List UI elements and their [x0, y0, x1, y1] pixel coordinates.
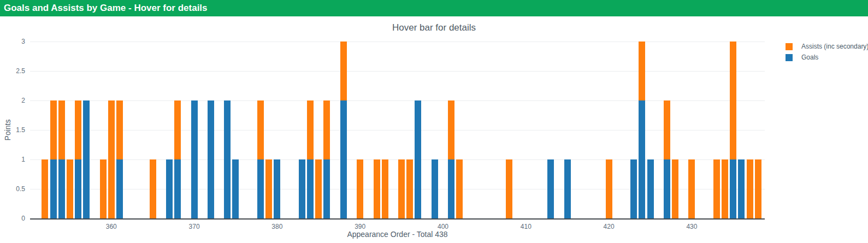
goals-bar-segment[interactable]	[166, 159, 173, 218]
bar-stack[interactable]	[100, 159, 107, 218]
bar-stack[interactable]	[150, 159, 156, 218]
bar-stack[interactable]	[374, 159, 380, 218]
bar-stack[interactable]	[639, 42, 645, 218]
legend-item-assists[interactable]: Assists (inc secondary)	[786, 41, 868, 52]
assists-bar-segment[interactable]	[374, 159, 380, 218]
bar-stack[interactable]	[456, 159, 463, 218]
bar-stack[interactable]	[307, 100, 314, 218]
bar-stack[interactable]	[208, 100, 214, 218]
assists-bar-segment[interactable]	[672, 159, 678, 218]
bar-stack[interactable]	[664, 100, 670, 218]
bar-stack[interactable]	[299, 159, 305, 218]
goals-bar-segment[interactable]	[415, 100, 421, 218]
assists-bar-segment[interactable]	[606, 159, 612, 218]
bar-stack[interactable]	[191, 100, 198, 218]
bar-stack[interactable]	[730, 42, 736, 218]
legend-item-goals[interactable]: Goals	[786, 52, 868, 63]
bar-stack[interactable]	[232, 159, 239, 218]
bar-stack[interactable]	[323, 100, 330, 218]
assists-bar-segment[interactable]	[307, 100, 314, 159]
bar-stack[interactable]	[108, 100, 115, 218]
bar-stack[interactable]	[630, 159, 637, 218]
goals-bar-segment[interactable]	[191, 100, 198, 218]
goals-bar-segment[interactable]	[116, 159, 123, 218]
bar-stack[interactable]	[398, 159, 405, 218]
assists-bar-segment[interactable]	[42, 159, 48, 218]
goals-bar-segment[interactable]	[738, 159, 745, 218]
assists-bar-segment[interactable]	[688, 159, 695, 218]
bar-stack[interactable]	[58, 100, 65, 218]
assists-bar-segment[interactable]	[664, 100, 670, 159]
bar-stack[interactable]	[315, 159, 322, 218]
bar-stack[interactable]	[755, 159, 761, 218]
goals-bar-segment[interactable]	[274, 159, 280, 218]
assists-bar-segment[interactable]	[506, 159, 512, 218]
bar-stack[interactable]	[257, 100, 264, 218]
goals-bar-segment[interactable]	[448, 159, 454, 218]
assists-bar-segment[interactable]	[257, 100, 264, 159]
bar-stack[interactable]	[174, 100, 181, 218]
assists-bar-segment[interactable]	[315, 159, 322, 218]
bar-stack[interactable]	[747, 159, 753, 218]
goals-bar-segment[interactable]	[83, 100, 90, 218]
goals-bar-segment[interactable]	[547, 159, 554, 218]
bar-stack[interactable]	[738, 159, 745, 218]
bar-stack[interactable]	[83, 100, 90, 218]
assists-bar-segment[interactable]	[108, 100, 115, 218]
bar-stack[interactable]	[166, 159, 173, 218]
assists-bar-segment[interactable]	[639, 42, 645, 100]
bar-stack[interactable]	[274, 159, 280, 218]
goals-bar-segment[interactable]	[299, 159, 305, 218]
assists-bar-segment[interactable]	[75, 100, 81, 159]
bar-stack[interactable]	[67, 159, 73, 218]
assists-bar-segment[interactable]	[398, 159, 405, 218]
bar-stack[interactable]	[340, 42, 347, 218]
bar-stack[interactable]	[224, 100, 231, 218]
bar-stack[interactable]	[116, 100, 123, 218]
assists-bar-segment[interactable]	[456, 159, 463, 218]
bar-stack[interactable]	[42, 159, 48, 218]
bar-stack[interactable]	[672, 159, 678, 218]
bar-stack[interactable]	[75, 100, 81, 218]
assists-bar-segment[interactable]	[116, 100, 123, 159]
goals-bar-segment[interactable]	[232, 159, 239, 218]
goals-bar-segment[interactable]	[257, 159, 264, 218]
bar-stack[interactable]	[265, 159, 272, 218]
bar-stack[interactable]	[722, 159, 728, 218]
assists-bar-segment[interactable]	[730, 42, 736, 159]
assists-bar-segment[interactable]	[722, 159, 728, 218]
bar-stack[interactable]	[415, 100, 421, 218]
goals-bar-segment[interactable]	[174, 159, 181, 218]
bar-stack[interactable]	[50, 100, 57, 218]
bar-stack[interactable]	[713, 159, 720, 218]
bar-stack[interactable]	[564, 159, 571, 218]
bar-stack[interactable]	[448, 100, 454, 218]
bar-stack[interactable]	[506, 159, 512, 218]
assists-bar-segment[interactable]	[50, 100, 57, 159]
bar-stack[interactable]	[547, 159, 554, 218]
assists-bar-segment[interactable]	[150, 159, 156, 218]
goals-bar-segment[interactable]	[564, 159, 571, 218]
bar-stack[interactable]	[382, 159, 388, 218]
assists-bar-segment[interactable]	[323, 100, 330, 159]
goals-bar-segment[interactable]	[58, 159, 65, 218]
goals-bar-segment[interactable]	[647, 159, 654, 218]
goals-bar-segment[interactable]	[630, 159, 637, 218]
goals-bar-segment[interactable]	[432, 159, 438, 218]
assists-bar-segment[interactable]	[265, 159, 272, 218]
assists-bar-segment[interactable]	[67, 159, 73, 218]
assists-bar-segment[interactable]	[382, 159, 388, 218]
assists-bar-segment[interactable]	[174, 100, 181, 159]
goals-bar-segment[interactable]	[340, 100, 347, 218]
bar-stack[interactable]	[406, 159, 413, 218]
assists-bar-segment[interactable]	[755, 159, 761, 218]
plot-area[interactable]	[30, 42, 765, 220]
assists-bar-segment[interactable]	[448, 100, 454, 159]
bar-stack[interactable]	[647, 159, 654, 218]
goals-bar-segment[interactable]	[323, 159, 330, 218]
assists-bar-segment[interactable]	[713, 159, 720, 218]
goals-bar-segment[interactable]	[75, 159, 81, 218]
assists-bar-segment[interactable]	[100, 159, 107, 218]
goals-bar-segment[interactable]	[664, 159, 670, 218]
assists-bar-segment[interactable]	[340, 42, 347, 100]
